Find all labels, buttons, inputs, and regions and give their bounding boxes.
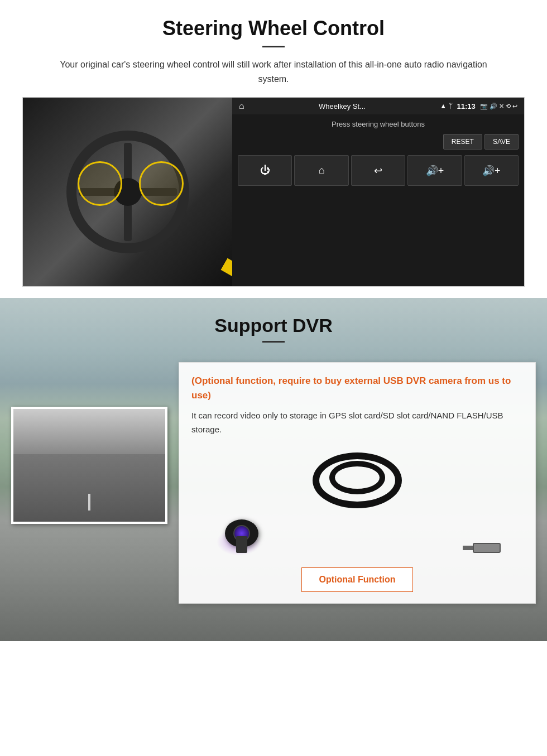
android-content: Press steering wheel buttons RESET SAVE … bbox=[232, 114, 524, 286]
dvr-section: Support DVR (Optional function, require … bbox=[0, 298, 547, 641]
dvr-info-card: (Optional function, require to buy exter… bbox=[179, 362, 536, 604]
func-btn-back[interactable]: ↩ bbox=[351, 155, 405, 186]
dvr-description: It can record video only to storage in G… bbox=[191, 409, 523, 437]
func-btn-home[interactable]: ⌂ bbox=[294, 155, 348, 186]
android-screen: ⌂ Wheelkey St... ▲ ᛘ 11:13 📷 🔊 ✕ ⟲ ↩ Pre… bbox=[232, 98, 524, 286]
steering-photo bbox=[23, 98, 232, 286]
dvr-road-line bbox=[88, 494, 90, 511]
func-btn-vol-down[interactable]: 🔊+ bbox=[407, 155, 462, 186]
optional-function-button[interactable]: Optional Function bbox=[301, 567, 413, 592]
statusbar-right-icons: 📷 🔊 ✕ ⟲ ↩ bbox=[480, 103, 517, 110]
arrow-shape bbox=[215, 249, 232, 286]
circle-highlight-right bbox=[139, 161, 184, 206]
dvr-camera-image-area bbox=[191, 447, 523, 558]
save-button[interactable]: SAVE bbox=[484, 134, 519, 150]
dvr-optional-text: (Optional function, require to buy exter… bbox=[191, 374, 523, 402]
steering-description: Your original car's steering wheel contr… bbox=[50, 57, 497, 86]
cable-visual bbox=[191, 447, 523, 558]
camera-mount bbox=[236, 536, 247, 553]
steering-wheel bbox=[66, 131, 189, 253]
reset-button[interactable]: RESET bbox=[443, 134, 482, 150]
cable-coil-inner bbox=[329, 461, 385, 494]
dvr-title: Support DVR bbox=[0, 315, 547, 336]
dvr-inset-photo bbox=[11, 407, 167, 524]
steering-section: Steering Wheel Control Your original car… bbox=[0, 0, 547, 298]
android-statusbar: ⌂ Wheelkey St... ▲ ᛘ 11:13 📷 🔊 ✕ ⟲ ↩ bbox=[232, 98, 524, 114]
func-btn-vol-up[interactable]: 🔊+ bbox=[464, 155, 519, 186]
dvr-title-area: Support DVR bbox=[0, 298, 547, 351]
steering-title: Steering Wheel Control bbox=[22, 17, 525, 40]
control-btn-row: RESET SAVE bbox=[238, 134, 519, 150]
func-btn-power[interactable]: ⏻ bbox=[238, 155, 292, 186]
press-label: Press steering wheel buttons bbox=[238, 120, 519, 128]
steering-title-divider bbox=[262, 46, 285, 47]
circle-highlight-left bbox=[78, 161, 122, 206]
steering-image-container: ⌂ Wheelkey St... ▲ ᛘ 11:13 📷 🔊 ✕ ⟲ ↩ Pre… bbox=[22, 97, 525, 287]
usb-plug bbox=[473, 543, 501, 553]
dvr-title-divider bbox=[262, 341, 285, 343]
statusbar-time: 11:13 bbox=[457, 102, 476, 110]
dvr-road bbox=[13, 454, 165, 522]
statusbar-icons: ▲ ᛘ bbox=[440, 102, 452, 110]
statusbar-app-name: Wheelkey St... bbox=[249, 102, 436, 110]
statusbar-home-icon: ⌂ bbox=[239, 101, 244, 111]
function-buttons-grid: ⏻ ⌂ ↩ 🔊+ 🔊+ bbox=[238, 155, 519, 186]
dvr-content-row: (Optional function, require to buy exter… bbox=[0, 362, 547, 620]
